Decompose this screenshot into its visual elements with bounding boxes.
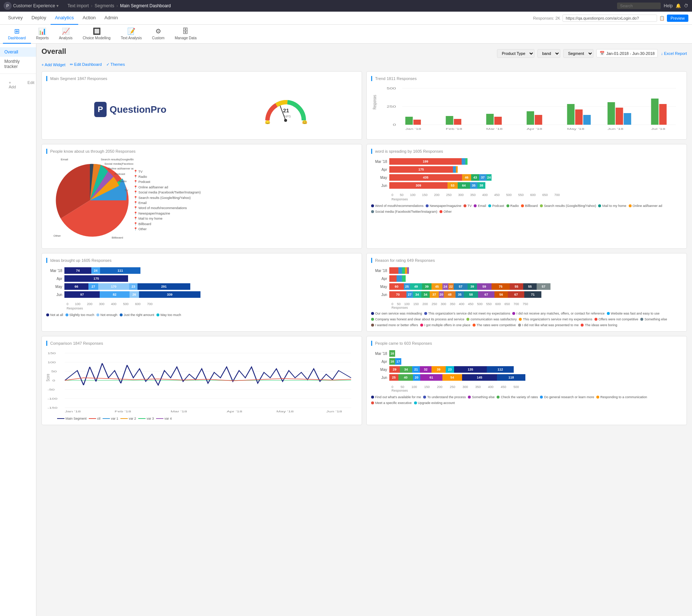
legend-item: This organization's service did not meet… xyxy=(424,312,510,315)
legend-item: Website was fast and easy to use xyxy=(607,312,660,315)
bar-label: Mar '18 xyxy=(371,160,389,164)
edit-dashboard-button[interactable]: ✏ Edit Dashboard xyxy=(70,62,102,67)
bar-segment: 66 xyxy=(64,283,88,290)
bar-segment: 135 xyxy=(454,366,487,373)
url-bar: Responses: 2K 📋 Preview xyxy=(529,15,688,22)
legend-item: Billboard xyxy=(521,204,538,208)
sidebar-item-overall[interactable]: Overall xyxy=(0,47,36,57)
tab-manage-data[interactable]: 🗄 Manage Data xyxy=(170,25,202,44)
nav-analytics[interactable]: Analytics xyxy=(51,12,78,25)
svg-text:Time: Time xyxy=(520,131,531,131)
bar-segment: 55 xyxy=(523,283,537,290)
people-came-card: People came to 603 Responses Mar '18 16 … xyxy=(366,336,687,425)
svg-text:TV: TV xyxy=(124,189,128,192)
svg-text:Other: Other xyxy=(53,234,61,237)
people-know-card: People know about us through 2050 Respon… xyxy=(41,144,362,249)
people-came-title: People came to 603 Responses xyxy=(371,341,682,346)
bar-row-apr: Apr xyxy=(371,275,682,282)
legend-item: Upgrade existing account xyxy=(414,401,455,405)
url-input[interactable] xyxy=(562,15,657,22)
sidebar: Overall Monthly tracker + Add Edit xyxy=(0,44,36,616)
tab-choice-modelling[interactable]: 🔲 Choice Modelling xyxy=(77,25,116,44)
svg-text:May '18: May '18 xyxy=(567,127,584,131)
bar-label: May xyxy=(371,176,389,180)
legend-item: Way too much xyxy=(156,313,181,317)
bar-segment: 56 xyxy=(494,291,508,298)
excel-report-link[interactable]: ↓ Excel Report xyxy=(661,51,687,56)
bar-label: May xyxy=(46,285,64,289)
user-icon[interactable]: ⏱ xyxy=(684,3,688,8)
people-came-legend: Find out what's available for me To unde… xyxy=(371,395,682,405)
tab-dashboard-label: Dashboard xyxy=(8,36,26,40)
date-range-picker[interactable]: 📅 Jan-01-2018 - Jun-30-2018 xyxy=(596,49,658,57)
word-spreading-card: word is spreading by 1605 Responses Mar … xyxy=(366,144,687,249)
comparison-chart-svg: 150 100 50 0 -50 -100 -150 xyxy=(46,349,357,414)
legend-item: Not at all xyxy=(46,313,63,317)
bar-segment: 60 xyxy=(389,283,404,290)
nav-deploy[interactable]: Deploy xyxy=(27,12,50,25)
tab-text-analysis[interactable]: 📝 Text Analysis xyxy=(116,25,147,44)
legend-item: I wanted more or better offers xyxy=(371,323,418,327)
nav-admin[interactable]: Admin xyxy=(100,12,122,25)
bar-segment: 27 xyxy=(406,291,413,298)
breadcrumb-segments[interactable]: Segments xyxy=(95,3,114,8)
bar-label: Jun xyxy=(371,184,389,188)
bar-segment: 309 xyxy=(389,182,448,189)
tab-custom[interactable]: ⚙ Custom xyxy=(147,25,170,44)
segment-filter[interactable]: Segment xyxy=(563,49,593,58)
search-bar[interactable] xyxy=(617,3,661,9)
sidebar-add-link[interactable]: + Add xyxy=(4,78,20,91)
bar-segment: 291 xyxy=(138,283,190,290)
svg-text:Feb '18: Feb '18 xyxy=(446,127,462,131)
tab-analysis[interactable]: 📈 Analysis xyxy=(54,25,77,44)
nav-action[interactable]: Action xyxy=(78,12,100,25)
nps-content: P QuestionPro xyxy=(46,84,357,135)
tab-dashboard[interactable]: ⊞ Dashboard xyxy=(3,25,31,44)
bar-label: Apr xyxy=(371,277,389,281)
bar-segment: 57 xyxy=(454,283,468,290)
breadcrumb-text-import[interactable]: Text import xyxy=(67,3,89,8)
legend-item: Mail to my home xyxy=(598,204,626,208)
legend-item: This organization's service met my expec… xyxy=(519,317,592,321)
svg-text:-100: -100 xyxy=(47,397,57,400)
search-input[interactable] xyxy=(617,3,661,9)
x-axis-label: Responses xyxy=(371,389,682,392)
word-spreading-chart: Mar '18 199 Apr 175 xyxy=(371,157,682,192)
bar-segment: 23 xyxy=(446,366,454,373)
bar-segment: 39 xyxy=(431,366,446,373)
breadcrumb: Text import › Segments › Main Segment Da… xyxy=(67,3,171,8)
preview-button[interactable]: Preview xyxy=(667,15,688,22)
bar-segment: 71 xyxy=(524,291,541,298)
bar-segment: 435 xyxy=(389,174,462,181)
svg-text:Jan '18: Jan '18 xyxy=(405,127,421,131)
ideas-chart: Mar '18 74 24 111 Apr 175 xyxy=(46,266,357,301)
bar-label: Mar '18 xyxy=(46,269,64,273)
nav-survey[interactable]: Survey xyxy=(4,12,27,25)
bar-segment: 175 xyxy=(389,166,453,173)
svg-rect-25 xyxy=(624,113,631,125)
svg-text:250: 250 xyxy=(387,105,396,108)
layout: Overall Monthly tracker + Add Edit Overa… xyxy=(0,44,692,616)
band-filter[interactable]: band xyxy=(537,49,560,58)
bar-row-apr: Apr 175 xyxy=(371,166,682,173)
copy-icon[interactable]: 📋 xyxy=(659,16,665,21)
legend-item: var 2 xyxy=(120,417,136,420)
legend-item: Email xyxy=(474,204,486,208)
page-title: Overall xyxy=(41,47,66,56)
legend-item: Something else xyxy=(468,395,494,399)
product-type-filter[interactable]: Product Type xyxy=(497,49,534,58)
legend-item: Word of mouth/recommendations xyxy=(371,204,423,208)
date-range-value: Jan-01-2018 - Jun-30-2018 xyxy=(606,51,655,56)
svg-text:Apr '18: Apr '18 xyxy=(227,410,242,413)
add-widget-button[interactable]: + Add Widget xyxy=(41,63,65,67)
bar-row-jun: Jun 25 40 20 61 54 145 118 xyxy=(371,374,682,381)
bar-label: Apr xyxy=(46,277,64,281)
sidebar-item-monthly-tracker[interactable]: Monthly tracker xyxy=(0,57,36,71)
notification-icon[interactable]: 🔔 xyxy=(676,3,681,8)
themes-button[interactable]: ✓ Themes xyxy=(106,62,125,67)
bar-label: Apr xyxy=(371,360,389,364)
bar-segment: 25 xyxy=(404,283,410,290)
bar-segment: 26 xyxy=(130,291,139,298)
tab-reports[interactable]: 📊 Reports xyxy=(31,25,54,44)
bar-segment: 38 xyxy=(477,182,485,189)
